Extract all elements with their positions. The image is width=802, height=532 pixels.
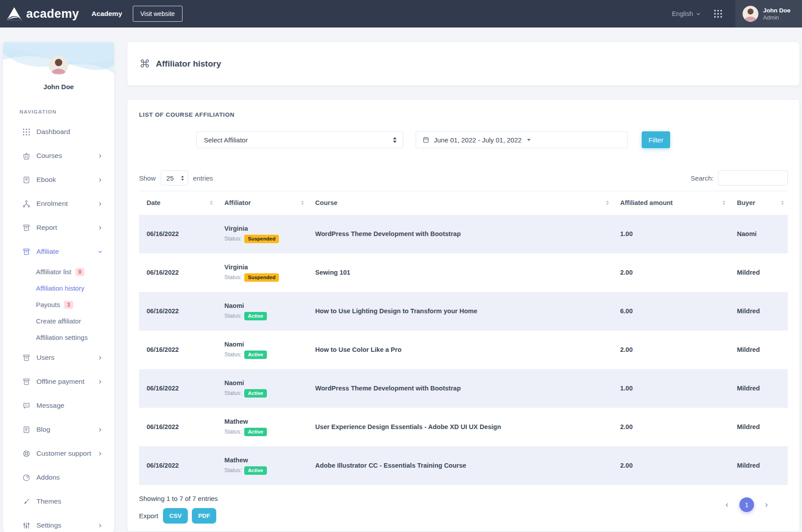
- cell-course: Sewing 101: [308, 253, 613, 292]
- cell-buyer: Mildred: [729, 446, 788, 485]
- cell-date: 06/16/2022: [139, 369, 217, 408]
- nav-section-label: NAVIGATION: [20, 109, 114, 114]
- column-header-affiliator[interactable]: Affiliator: [217, 191, 308, 215]
- cell-affiliated-amount: 1.00: [613, 369, 730, 408]
- sidebar-item-users[interactable]: Users: [3, 346, 114, 370]
- cell-date: 06/16/2022: [139, 253, 217, 292]
- brand-logo[interactable]: academy: [0, 7, 79, 21]
- select-caret-icon: [393, 137, 397, 143]
- affiliator-name: Mathew: [224, 457, 303, 464]
- column-header-label: Affiliated amount: [620, 199, 673, 206]
- sidebar-item-addons[interactable]: Addons: [3, 465, 114, 489]
- sidebar-item-enrolment[interactable]: Enrolment: [3, 192, 114, 216]
- pdf-export-button[interactable]: PDF: [192, 508, 216, 524]
- csv-export-button[interactable]: CSV: [163, 508, 188, 524]
- status-badge: Suspended: [244, 235, 279, 243]
- show-label: Show: [139, 174, 156, 182]
- cell-buyer: Naomi: [729, 215, 788, 253]
- sidebar-item-label: Themes: [36, 497, 103, 505]
- search-label: Search:: [691, 174, 714, 182]
- page-length-select[interactable]: 25: [161, 170, 188, 185]
- main-content: ⌘ Affiliator history LIST OF COURSE AFFI…: [127, 42, 799, 531]
- sort-icon: [606, 201, 609, 205]
- search-input[interactable]: [718, 170, 788, 185]
- cell-affiliated-amount: 2.00: [613, 408, 730, 446]
- site-name: Academy: [91, 10, 122, 18]
- sidebar-item-message[interactable]: Message: [3, 394, 114, 418]
- sidebar-item-blog[interactable]: Blog: [3, 418, 114, 441]
- sort-icon: [781, 201, 784, 205]
- pagination-next-icon[interactable]: ›: [765, 500, 768, 509]
- user-name: John Doe: [763, 7, 790, 14]
- export-label: Export: [139, 512, 158, 520]
- table-row: 06/16/2022MathewStatus:ActiveAdobe Illus…: [139, 446, 788, 485]
- cell-affiliator: NaomiStatus:Active: [217, 292, 308, 331]
- sidebar-item-customer-support[interactable]: Customer support: [3, 441, 114, 465]
- sort-icon: [210, 201, 213, 205]
- addons-icon: [22, 473, 31, 482]
- pagination-prev-icon[interactable]: ‹: [725, 500, 729, 509]
- enrolment-icon: [22, 200, 31, 208]
- sidebar-subitem-affiliation-history[interactable]: Affiliation history: [3, 280, 114, 296]
- status-label: Status:: [224, 467, 242, 473]
- page-header: ⌘ Affiliator history: [127, 42, 799, 85]
- sidebar-item-themes[interactable]: Themes: [3, 489, 114, 513]
- brand-wordmark: academy: [26, 7, 79, 21]
- column-header-affiliated-amount[interactable]: Affiliated amount: [613, 191, 730, 215]
- themes-icon: [22, 497, 31, 506]
- academy-logo-icon: [6, 7, 22, 21]
- affiliate-icon: [22, 248, 31, 256]
- sidebar-item-courses[interactable]: Courses: [3, 144, 114, 168]
- sidebar-item-report[interactable]: Report: [3, 216, 114, 240]
- column-header-buyer[interactable]: Buyer: [729, 191, 788, 215]
- sidebar-subitem-label: Affliliator list: [36, 268, 71, 276]
- calendar-icon: [422, 136, 429, 143]
- sort-icon: [723, 201, 725, 205]
- table-row: 06/16/2022VirginiaStatus:SuspendedSewing…: [139, 253, 788, 292]
- sidebar-item-affiliate[interactable]: Affiliate: [3, 240, 114, 264]
- sidebar-subitem-affiliation-settings[interactable]: Affiliation settings: [3, 329, 114, 346]
- cell-affiliator: MathewStatus:Active: [217, 408, 308, 446]
- language-selector[interactable]: English: [672, 10, 701, 17]
- column-header-date[interactable]: Date: [139, 191, 217, 215]
- apps-grid-icon[interactable]: [714, 10, 722, 18]
- cell-buyer: Mildred: [729, 253, 788, 292]
- table-row: 06/16/2022NaomiStatus:ActiveHow to Use L…: [139, 292, 788, 331]
- courses-icon: [22, 152, 31, 160]
- visit-website-button[interactable]: Visit website: [133, 6, 183, 22]
- cell-date: 06/16/2022: [139, 331, 217, 369]
- table-row: 06/16/2022NaomiStatus:ActiveHow to Use C…: [139, 331, 788, 369]
- status-label: Status:: [224, 236, 242, 242]
- date-range-picker[interactable]: June 01, 2022 - July 01, 2022: [416, 131, 628, 148]
- sidebar-item-label: Offline payment: [36, 378, 98, 386]
- count-badge: 3: [64, 301, 73, 309]
- status-label: Status:: [224, 390, 242, 396]
- user-menu[interactable]: John Doe Admin: [735, 0, 802, 28]
- status-badge: Active: [244, 351, 267, 359]
- sidebar-subitem-label: Create affiliator: [36, 317, 81, 325]
- pagination-page-1[interactable]: 1: [739, 497, 754, 512]
- cell-affiliated-amount: 2.00: [613, 331, 730, 369]
- sidebar-subitem-create-affiliator[interactable]: Create affiliator: [3, 313, 114, 329]
- page-title: Affiliator history: [156, 59, 221, 69]
- sidebar-item-dashboard[interactable]: Dashboard: [3, 120, 114, 144]
- affiliator-select[interactable]: Select Affiliator: [196, 131, 403, 148]
- sidebar-item-settings[interactable]: Settings: [3, 513, 114, 532]
- sidebar-item-ebook[interactable]: Ebook: [3, 168, 114, 192]
- date-range-value: June 01, 2022 - July 01, 2022: [434, 136, 522, 144]
- cell-affiliated-amount: 2.00: [613, 446, 730, 485]
- panel-heading: LIST OF COURSE AFFILIATION: [139, 111, 788, 118]
- cell-affiliated-amount: 1.00: [613, 215, 730, 253]
- column-header-course[interactable]: Course: [308, 191, 613, 215]
- sidebar-subitem-payouts[interactable]: Payouts3: [3, 296, 114, 313]
- sidebar-item-label: Blog: [36, 426, 98, 433]
- showing-entries-text: Showing 1 to 7 of 7 entries: [139, 495, 218, 502]
- status-badge: Active: [244, 389, 267, 398]
- filter-button[interactable]: Filter: [642, 131, 670, 148]
- caret-down-icon: [527, 139, 531, 141]
- affiliator-name: Naomi: [224, 302, 303, 309]
- sidebar-item-offline-payment[interactable]: Offline payment: [3, 370, 114, 394]
- sidebar-subitem-affliliator-list[interactable]: Affliliator list0: [3, 264, 114, 280]
- command-icon: ⌘: [139, 59, 150, 69]
- cell-affiliator: VirginiaStatus:Suspended: [217, 215, 308, 253]
